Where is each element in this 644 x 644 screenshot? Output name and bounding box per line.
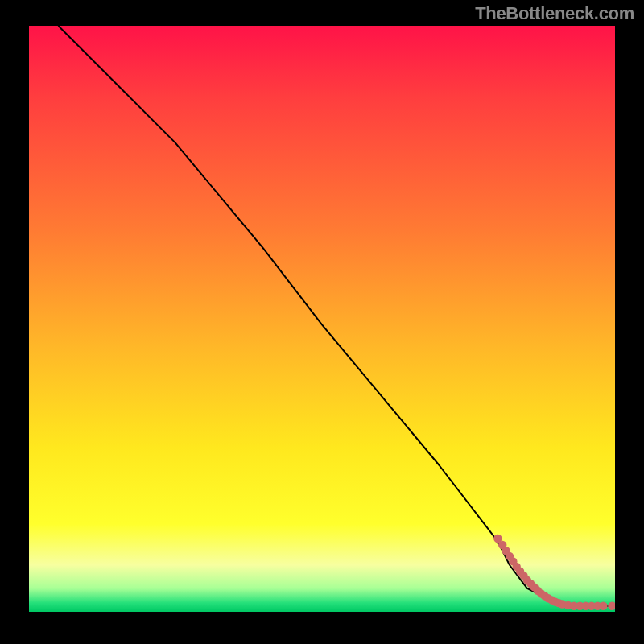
plot-area xyxy=(29,26,615,612)
watermark-label: TheBottleneck.com xyxy=(475,3,634,24)
curve-path xyxy=(58,26,615,606)
data-dot xyxy=(608,602,615,610)
chart-frame: TheBottleneck.com xyxy=(0,0,644,644)
data-dot xyxy=(599,602,607,610)
chart-overlay xyxy=(29,26,615,612)
